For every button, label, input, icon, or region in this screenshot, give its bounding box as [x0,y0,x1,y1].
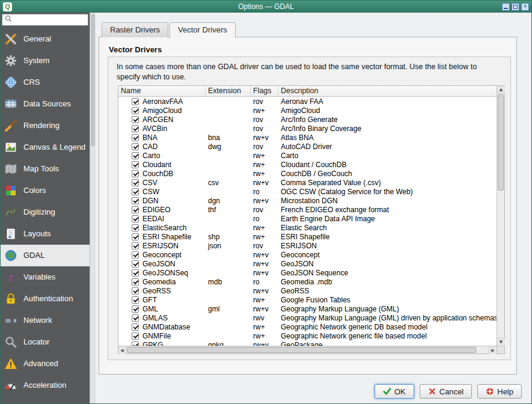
sidebar-item-variables[interactable]: εVariables [1,266,90,288]
sidebar-item-layouts[interactable]: Layouts [1,223,90,245]
ok-button[interactable]: OK [375,384,414,399]
sidebar-item-colors[interactable]: Colors [1,180,90,201]
driver-enabled-checkbox[interactable] [132,260,139,268]
table-row[interactable]: ESRIJSONjsonrovESRIJSON [118,241,497,250]
driver-enabled-checkbox[interactable] [132,215,139,222]
table-row[interactable]: AeronavFAArovAeronav FAA [118,97,497,106]
minimize-button[interactable] [502,3,510,11]
table-row[interactable]: GeoJSONrw+vGeoJSON [118,259,497,268]
driver-enabled-checkbox[interactable] [132,305,139,313]
cancel-button[interactable]: Cancel [420,384,472,399]
horizontal-scrollbar-thumb[interactable] [127,347,476,353]
driver-enabled-checkbox[interactable] [132,161,139,168]
table-row[interactable]: Cloudantrw+Cloudant / CouchDB [118,160,497,169]
table-row[interactable]: GeoJSONSeqrw+vGeoJSON Sequence [118,268,497,277]
scroll-left-arrow-icon[interactable]: ◀ [118,346,126,354]
sidebar-item-canvas-legend[interactable]: Canvas & Legend [1,136,90,158]
sidebar-item-map-tools[interactable]: Map Tools [1,158,90,180]
help-button[interactable]: Help [477,384,522,399]
driver-enabled-checkbox[interactable] [132,332,139,340]
sidebar-item-digitizing[interactable]: Digitizing [1,201,90,223]
table-row[interactable]: GNMFilerw+Geographic Network generic fil… [118,331,497,340]
driver-enabled-checkbox[interactable] [132,125,139,132]
driver-description: ESRIJSON [278,242,497,250]
table-row[interactable]: CSVcsvrw+vComma Separated Value (.csv) [118,178,497,187]
table-row[interactable]: GeoRSSrw+vGeoRSS [118,286,497,295]
table-row[interactable]: CSWroOGC CSW (Catalog Service for the We… [118,187,497,196]
table-row[interactable]: DGNdgnrw+vMicrostation DGN [118,196,497,205]
driver-enabled-checkbox[interactable] [132,296,139,304]
column-header-name[interactable]: Name [118,86,206,96]
driver-enabled-checkbox[interactable] [132,134,139,141]
tab-vector-drivers[interactable]: Vector Drivers [170,22,236,38]
maximize-button[interactable] [512,3,519,11]
driver-enabled-checkbox[interactable] [132,341,139,346]
driver-enabled-checkbox[interactable] [132,206,139,213]
sidebar-item-crs[interactable]: CRS [1,72,90,93]
settings-search-input[interactable] [13,16,86,24]
vertical-scrollbar-thumb[interactable] [498,94,504,191]
sidebar-item-gdal[interactable]: GDAL [1,245,90,266]
table-row[interactable]: Cartorw+Carto [118,151,497,160]
driver-enabled-checkbox[interactable] [132,233,139,240]
driver-enabled-checkbox[interactable] [132,170,139,177]
driver-enabled-checkbox[interactable] [132,98,139,105]
driver-enabled-checkbox[interactable] [132,323,139,331]
table-row[interactable]: EDIGEOthfrovFrench EDIGEO exchange forma… [118,205,497,214]
scroll-right-arrow-icon[interactable]: ▶ [489,346,497,354]
sidebar-item-network[interactable]: Network [1,310,90,331]
table-row[interactable]: Geoconceptrw+vGeoconcept [118,250,497,259]
sidebar-scrollbar[interactable] [90,13,96,403]
driver-enabled-checkbox[interactable] [132,188,139,195]
table-row[interactable]: AmigoCloudrw+AmigoCloud [118,106,497,115]
table-row[interactable]: AVCBinrovArc/Info Binary Coverage [118,124,497,133]
driver-enabled-checkbox[interactable] [132,287,139,295]
table-row[interactable]: GFTrw+Google Fusion Tables [118,295,497,304]
table-row[interactable]: ElasticSearchrw+Elastic Search [118,223,497,232]
sidebar-item-acceleration[interactable]: Acceleration [1,375,90,396]
driver-enabled-checkbox[interactable] [132,116,139,123]
driver-enabled-checkbox[interactable] [132,179,139,186]
tab-raster-drivers[interactable]: Raster Drivers [102,22,168,37]
scroll-down-arrow-icon[interactable]: ▼ [497,338,505,346]
column-header-flags[interactable]: Flags [251,86,278,96]
driver-enabled-checkbox[interactable] [132,197,139,204]
driver-enabled-checkbox[interactable] [132,251,139,259]
driver-enabled-checkbox[interactable] [132,242,139,249]
table-row[interactable]: CouchDBrw+CouchDB / GeoCouch [118,169,497,178]
scroll-up-arrow-icon[interactable]: ▲ [497,86,505,94]
sidebar-item-general[interactable]: General [1,28,90,50]
driver-enabled-checkbox[interactable] [132,269,139,277]
sidebar-scrollbar-thumb[interactable] [91,14,95,146]
column-header-description[interactable]: Description [278,86,497,96]
table-row[interactable]: BNAbnarw+vAtlas BNA [118,133,497,142]
driver-enabled-checkbox[interactable] [132,107,139,114]
driver-enabled-checkbox[interactable] [132,152,139,159]
column-header-extension[interactable]: Extension [206,86,251,96]
table-row[interactable]: GMLgmlrw+vGeography Markup Language (GML… [118,304,497,313]
close-button[interactable]: × [521,3,529,11]
driver-name: GNMDatabase [142,323,190,331]
horizontal-scrollbar[interactable]: ◀ ▶ [118,346,497,354]
acceleration-gauge-icon [4,378,18,393]
sidebar-item-locator[interactable]: Locator [1,331,90,353]
driver-enabled-checkbox[interactable] [132,278,139,286]
sidebar-item-data-sources[interactable]: Data Sources [1,93,90,115]
table-row[interactable]: ESRI Shapefileshprw+ESRI Shapefile [118,232,497,241]
sidebar-item-label: GDAL [23,251,44,260]
table-row[interactable]: GNMDatabaserw+Geographic Network generic… [118,322,497,331]
table-row[interactable]: GMLASrwvGeography Markup Language (GML) … [118,313,497,322]
sidebar-item-authentication[interactable]: Authentication [1,288,90,310]
table-row[interactable]: CADdwgrovAutoCAD Driver [118,142,497,151]
table-row[interactable]: GeomediamdbroGeomedia .mdb [118,277,497,286]
sidebar-item-advanced[interactable]: Advanced [1,353,90,375]
table-row[interactable]: GPKGgpkgrw+vGeoPackage [118,340,497,346]
driver-enabled-checkbox[interactable] [132,224,139,231]
sidebar-item-rendering[interactable]: Rendering [1,115,90,136]
driver-enabled-checkbox[interactable] [132,143,139,150]
driver-enabled-checkbox[interactable] [132,314,139,322]
table-row[interactable]: EEDAIroEarth Engine Data API Image [118,214,497,223]
sidebar-item-system[interactable]: System [1,50,90,72]
vertical-scrollbar[interactable]: ▲ ▼ [497,86,504,346]
table-row[interactable]: ARCGENrovArc/Info Generate [118,115,497,124]
